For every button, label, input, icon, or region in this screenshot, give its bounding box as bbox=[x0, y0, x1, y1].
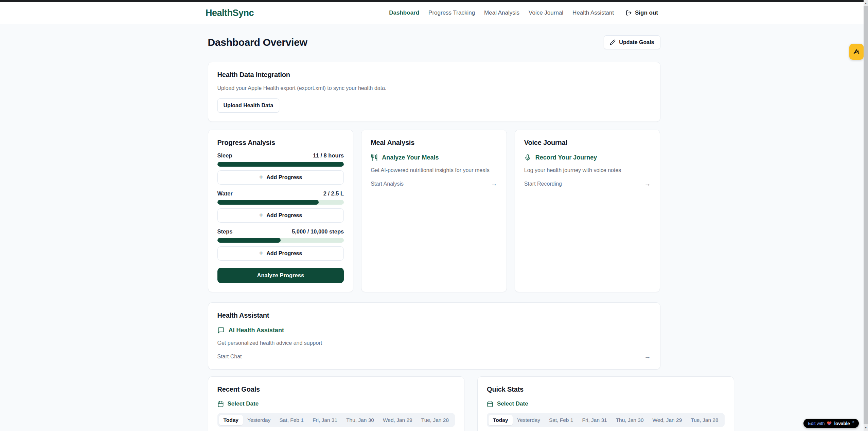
arrow-right-icon: → bbox=[644, 180, 651, 188]
select-tool-button[interactable] bbox=[849, 44, 864, 60]
start-chat-action[interactable]: Start Chat → bbox=[217, 353, 651, 360]
tab-yesterday[interactable]: Yesterday bbox=[243, 415, 275, 425]
start-recording-action[interactable]: Start Recording → bbox=[524, 180, 651, 188]
microphone-icon bbox=[524, 154, 531, 161]
tab-thu-jan-30[interactable]: Thu, Jan 30 bbox=[342, 415, 378, 425]
sleep-metric: Sleep 11 / 8 hours + Add Progress bbox=[217, 152, 344, 185]
badge-close-icon[interactable]: × bbox=[852, 420, 854, 424]
badge-prefix: Edit with bbox=[808, 421, 825, 426]
sleep-value: 11 / 8 hours bbox=[313, 152, 344, 159]
tab-thu-jan-30[interactable]: Thu, Jan 30 bbox=[612, 415, 648, 425]
voice-title: Voice Journal bbox=[524, 139, 651, 147]
water-add-progress-button[interactable]: + Add Progress bbox=[217, 208, 344, 223]
tab-wed-jan-29[interactable]: Wed, Jan 29 bbox=[378, 415, 417, 425]
sleep-progress-bar bbox=[217, 162, 344, 167]
assistant-title: Health Assistant bbox=[217, 312, 651, 319]
water-progress-bar bbox=[217, 200, 344, 205]
tab-wed-jan-29[interactable]: Wed, Jan 29 bbox=[648, 415, 687, 425]
sign-out-button[interactable]: Sign out bbox=[626, 10, 658, 16]
voice-journal-card: Voice Journal Record Your Journey Log yo… bbox=[515, 130, 660, 292]
steps-metric: Steps 5,000 / 10,000 steps + Add Progres… bbox=[217, 228, 344, 261]
nav-meal-analysis[interactable]: Meal Analysis bbox=[484, 10, 519, 16]
arrow-right-icon: → bbox=[491, 180, 497, 188]
plus-icon: + bbox=[259, 174, 263, 181]
tab-today[interactable]: Today bbox=[219, 415, 243, 425]
quick-stats-card: Quick Stats Select Date Today Yesterday … bbox=[477, 376, 734, 431]
tab-sat-feb-1[interactable]: Sat, Feb 1 bbox=[545, 415, 578, 425]
pencil-icon bbox=[610, 39, 616, 45]
calendar-icon bbox=[487, 401, 493, 407]
page-title: Dashboard Overview bbox=[208, 37, 307, 48]
water-label: Water bbox=[217, 190, 233, 197]
meal-title: Meal Analysis bbox=[371, 139, 497, 147]
edit-with-lovable-badge[interactable]: Edit with lovable × bbox=[803, 419, 859, 428]
nav-dashboard[interactable]: Dashboard bbox=[389, 10, 419, 16]
meal-analysis-card: Meal Analysis Analyze Your Meals Get AI-… bbox=[361, 130, 507, 292]
integration-title: Health Data Integration bbox=[217, 71, 651, 79]
analyze-your-meals-link[interactable]: Analyze Your Meals bbox=[371, 154, 497, 161]
plus-icon: + bbox=[259, 212, 263, 219]
steps-label: Steps bbox=[217, 228, 233, 235]
tab-tue-jan-28[interactable]: Tue, Jan 28 bbox=[686, 415, 723, 425]
progress-title: Progress Analysis bbox=[217, 139, 344, 147]
steps-progress-bar bbox=[217, 238, 344, 243]
update-goals-button[interactable]: Update Goals bbox=[604, 35, 660, 49]
ai-health-assistant-link[interactable]: AI Health Assistant bbox=[217, 327, 651, 334]
logout-icon bbox=[626, 10, 632, 16]
recent-goals-date-tabs: Today Yesterday Sat, Feb 1 Fri, Jan 31 T… bbox=[217, 413, 455, 427]
assistant-description: Get personalized health advice and suppo… bbox=[217, 340, 651, 346]
tab-yesterday[interactable]: Yesterday bbox=[513, 415, 545, 425]
record-your-journey-link[interactable]: Record Your Journey bbox=[524, 154, 651, 161]
water-value: 2 / 2.5 L bbox=[323, 190, 344, 197]
dashboard-page: Dashboard Overview Update Goals Health D… bbox=[208, 0, 660, 431]
tab-sat-feb-1[interactable]: Sat, Feb 1 bbox=[275, 415, 308, 425]
tab-fri-jan-31[interactable]: Fri, Jan 31 bbox=[578, 415, 611, 425]
select-date-button[interactable]: Select Date bbox=[217, 400, 455, 407]
steps-value: 5,000 / 10,000 steps bbox=[292, 228, 344, 235]
analyze-progress-button[interactable]: Analyze Progress bbox=[217, 268, 344, 283]
badge-brand: lovable bbox=[834, 421, 850, 426]
tab-tue-jan-28[interactable]: Tue, Jan 28 bbox=[417, 415, 453, 425]
recent-goals-title: Recent Goals bbox=[217, 386, 455, 393]
chat-bubble-icon bbox=[217, 327, 225, 334]
water-metric: Water 2 / 2.5 L + Add Progress bbox=[217, 190, 344, 223]
main-nav: Dashboard Progress Tracking Meal Analysi… bbox=[389, 10, 658, 16]
sleep-label: Sleep bbox=[217, 152, 232, 159]
quick-stats-title: Quick Stats bbox=[487, 386, 725, 393]
nav-voice-journal[interactable]: Voice Journal bbox=[529, 10, 563, 16]
sleep-add-progress-button[interactable]: + Add Progress bbox=[217, 170, 344, 185]
caret-slash-icon bbox=[853, 48, 860, 56]
utensils-icon bbox=[371, 154, 378, 161]
health-assistant-card: Health Assistant AI Health Assistant Get… bbox=[208, 302, 660, 370]
quick-stats-date-tabs: Today Yesterday Sat, Feb 1 Fri, Jan 31 T… bbox=[487, 413, 725, 427]
plus-icon: + bbox=[259, 250, 263, 257]
vertical-scrollbar[interactable]: ▲ ▼ bbox=[864, 0, 868, 431]
nav-progress-tracking[interactable]: Progress Tracking bbox=[428, 10, 475, 16]
start-analysis-action[interactable]: Start Analysis → bbox=[371, 180, 497, 188]
health-data-integration-card: Health Data Integration Upload your Appl… bbox=[208, 62, 660, 122]
steps-add-progress-button[interactable]: + Add Progress bbox=[217, 246, 344, 261]
tab-today[interactable]: Today bbox=[489, 415, 513, 425]
meal-description: Get AI-powered nutritional insights for … bbox=[371, 167, 497, 173]
recent-goals-card: Recent Goals Select Date Today Yesterday… bbox=[208, 376, 465, 431]
app-header: HealthSync Dashboard Progress Tracking M… bbox=[0, 2, 864, 24]
arrow-right-icon: → bbox=[644, 353, 651, 360]
window-top-edge bbox=[0, 0, 868, 2]
nav-health-assistant[interactable]: Health Assistant bbox=[572, 10, 614, 16]
progress-analysis-card: Progress Analysis Sleep 11 / 8 hours + A… bbox=[208, 130, 354, 292]
scrollbar-thumb[interactable] bbox=[864, 6, 868, 424]
scrollbar-up-arrow[interactable]: ▲ bbox=[864, 1, 868, 6]
calendar-icon bbox=[217, 401, 224, 407]
integration-description: Upload your Apple Health export (export.… bbox=[217, 85, 651, 91]
scrollbar-down-arrow[interactable]: ▼ bbox=[864, 425, 868, 430]
app-logo[interactable]: HealthSync bbox=[206, 8, 254, 18]
select-date-button[interactable]: Select Date bbox=[487, 400, 725, 407]
tab-fri-jan-31[interactable]: Fri, Jan 31 bbox=[308, 415, 342, 425]
lovable-heart-icon bbox=[827, 421, 832, 426]
upload-health-data-button[interactable]: Upload Health Data bbox=[217, 98, 280, 113]
voice-description: Log your health journey with voice notes bbox=[524, 167, 651, 173]
